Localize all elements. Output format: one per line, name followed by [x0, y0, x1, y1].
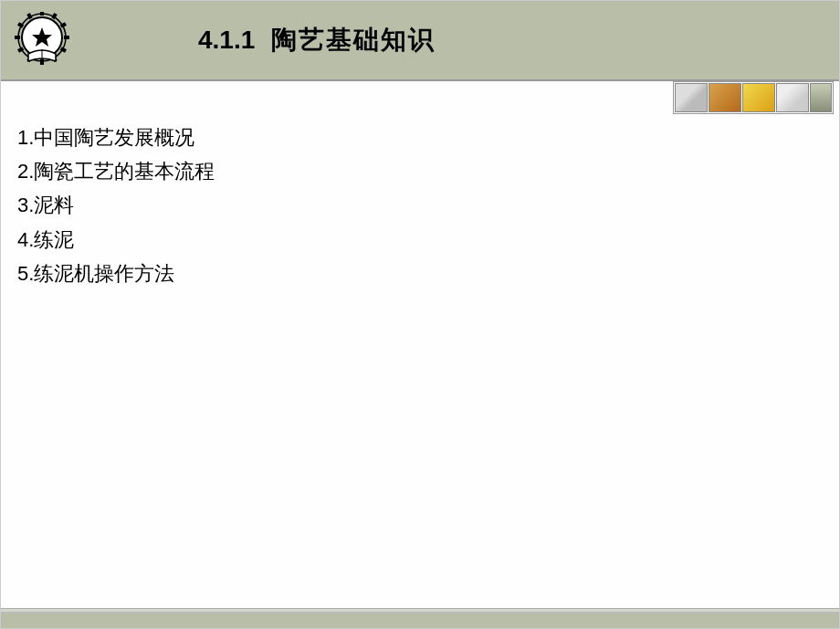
- svg-rect-8: [40, 59, 44, 65]
- thumb-icon: [810, 83, 832, 112]
- list-item: 4.练泥: [17, 224, 823, 256]
- slide-title: 4.1.1陶艺基础知识: [198, 23, 436, 58]
- svg-rect-11: [15, 36, 20, 39]
- list-item: 1.中国陶艺发展概况: [17, 121, 823, 153]
- thumbnail-strip: [673, 81, 834, 114]
- thumb-icon: [776, 83, 809, 112]
- section-number: 4.1.1: [198, 26, 255, 54]
- thumb-icon: [742, 83, 775, 112]
- title-text: 陶艺基础知识: [271, 26, 436, 54]
- list-item: 5.练泥机操作方法: [17, 257, 823, 289]
- badge-icon: [14, 12, 70, 68]
- list-item: 2.陶瓷工艺的基本流程: [17, 155, 823, 187]
- list-item: 3.泥料: [17, 189, 823, 221]
- svg-rect-2: [40, 12, 44, 16]
- header-bar: 4.1.1陶艺基础知识: [1, 1, 839, 81]
- footer-bar: [1, 612, 839, 628]
- slide: 4.1.1陶艺基础知识 1.中国陶艺发展概况 2.陶瓷工艺的基本流程 3.泥料 …: [0, 0, 840, 629]
- thumb-icon: [709, 83, 741, 112]
- thumb-icon: [675, 83, 708, 112]
- svg-rect-5: [64, 36, 69, 39]
